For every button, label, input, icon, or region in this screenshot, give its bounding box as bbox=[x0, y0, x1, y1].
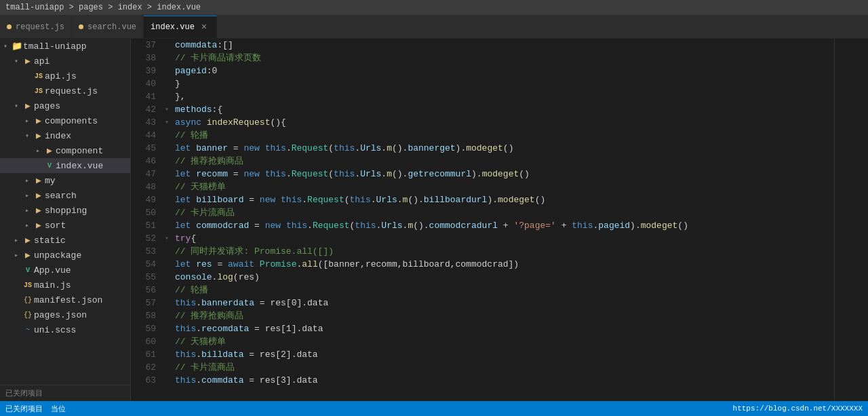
tree-arrow: ▸ bbox=[22, 206, 33, 214]
sidebar-item-request-js[interactable]: JSrequest.js bbox=[0, 83, 130, 98]
code-line[interactable]: let res = await Promise.all([banner,reco… bbox=[175, 258, 834, 271]
token: billboard bbox=[196, 193, 249, 206]
token: // 卡片商品请求页数 bbox=[175, 52, 261, 64]
sidebar-item-components[interactable]: ▸▶components bbox=[0, 113, 130, 128]
code-line[interactable]: try{ bbox=[175, 232, 834, 245]
sidebar-item-static[interactable]: ▸▶static bbox=[0, 233, 130, 248]
folder-icon: ▶ bbox=[33, 115, 45, 126]
code-line[interactable]: this.commdata = res[3].data bbox=[175, 374, 834, 387]
fold-gutter bbox=[161, 361, 172, 374]
code-line[interactable]: this.billdata = res[2].data bbox=[175, 348, 834, 361]
token: . bbox=[376, 219, 382, 232]
tree-item-label: api bbox=[34, 56, 130, 67]
token: :{ bbox=[212, 103, 223, 116]
code-line[interactable]: // 卡片商品请求页数 bbox=[175, 52, 834, 64]
tab-close-btn[interactable]: × bbox=[199, 22, 210, 33]
editor-area: 3738394041424344454647484950515253545556… bbox=[131, 39, 868, 401]
code-line[interactable]: // 轮播 bbox=[175, 129, 834, 142]
sidebar-item-api[interactable]: ▾▶api bbox=[0, 54, 130, 69]
sidebar-item-search[interactable]: ▸▶search bbox=[0, 188, 130, 203]
code-line[interactable]: // 天猫榜单 bbox=[175, 335, 834, 348]
code-line[interactable]: let commodcrad = new this.Request(this.U… bbox=[175, 219, 834, 232]
project-name-label: tmall-uniapp bbox=[23, 41, 130, 52]
file-js-icon: JS bbox=[33, 88, 45, 95]
token: () bbox=[677, 219, 688, 232]
code-lines: commdata:[] // 卡片商品请求页数 pageid:0 } }, me… bbox=[172, 39, 834, 401]
sidebar-item-index[interactable]: ▾▶index bbox=[0, 128, 130, 143]
tab-index-vue[interactable]: index.vue× bbox=[144, 16, 217, 38]
code-line[interactable]: // 轮播 bbox=[175, 284, 834, 297]
fold-gutter[interactable]: ▾ bbox=[161, 103, 172, 116]
sidebar-item-unpackage[interactable]: ▸▶unpackage bbox=[0, 248, 130, 263]
sidebar-item-component[interactable]: ▸▶component bbox=[0, 143, 130, 158]
file-js-icon: JS bbox=[33, 73, 45, 80]
code-line[interactable]: let recomm = new this.Request(this.Urls.… bbox=[175, 168, 834, 181]
code-line[interactable]: // 同时并发请求: Promise.all([]) bbox=[175, 245, 834, 258]
token: commdata bbox=[201, 374, 243, 387]
code-line[interactable]: // 推荐抢购商品 bbox=[175, 309, 834, 322]
fold-gutter bbox=[161, 258, 172, 271]
token: this bbox=[572, 219, 593, 232]
fold-gutter[interactable]: ▾ bbox=[161, 116, 172, 129]
code-line[interactable]: let banner = new this.Request(this.Urls.… bbox=[175, 142, 834, 155]
code-line[interactable]: let billboard = new this.Request(this.Ur… bbox=[175, 193, 834, 206]
token: Urls bbox=[360, 168, 381, 181]
token: m bbox=[408, 219, 413, 232]
sidebar-item-api-js[interactable]: JSapi.js bbox=[0, 69, 130, 83]
token: Urls bbox=[360, 142, 381, 155]
tree-arrow: ▸ bbox=[22, 117, 33, 125]
sidebar-item-app-vue[interactable]: VApp.vue bbox=[0, 263, 130, 278]
token: ). bbox=[487, 193, 498, 206]
minimap bbox=[834, 39, 868, 401]
sidebar-item-manifest-json[interactable]: {}manifest.json bbox=[0, 292, 130, 307]
code-line[interactable]: } bbox=[175, 77, 834, 90]
sidebar-item-uni-css[interactable]: ~uni.scss bbox=[0, 322, 130, 337]
token: getrecommurl bbox=[408, 168, 471, 181]
token: '?page=' bbox=[513, 219, 555, 232]
tree-item-label: static bbox=[34, 235, 130, 246]
line-number: 48 bbox=[131, 181, 156, 193]
token: () bbox=[535, 193, 546, 206]
code-line[interactable]: commdata:[] bbox=[175, 39, 834, 52]
fold-gutter bbox=[161, 52, 172, 64]
status-right: https://blog.csdn.net/XXXXXXX bbox=[733, 404, 863, 413]
tab-request-js[interactable]: request.js bbox=[0, 16, 72, 38]
code-line[interactable]: pageid:0 bbox=[175, 64, 834, 77]
sidebar-item-pages[interactable]: ▾▶pages bbox=[0, 98, 130, 113]
tree-item-label: sort bbox=[45, 221, 130, 231]
code-line[interactable]: methods:{ bbox=[175, 103, 834, 116]
sidebar-item-index-vue[interactable]: Vindex.vue bbox=[0, 158, 130, 173]
sidebar-item-main-js[interactable]: JSmain.js bbox=[0, 278, 130, 292]
code-line[interactable]: // 天猫榜单 bbox=[175, 181, 834, 193]
sidebar-item-pages-json[interactable]: {}pages.json bbox=[0, 307, 130, 322]
sidebar-item-shopping[interactable]: ▸▶shopping bbox=[0, 203, 130, 218]
fold-gutter bbox=[161, 374, 172, 387]
token: indexRequest bbox=[207, 116, 271, 129]
line-number: 50 bbox=[131, 206, 156, 219]
sidebar-item-my[interactable]: ▸▶my bbox=[0, 173, 130, 188]
token: = res[0].data bbox=[254, 297, 328, 309]
code-line[interactable]: // 卡片流商品 bbox=[175, 206, 834, 219]
code-line[interactable]: this.bannerdata = res[0].data bbox=[175, 297, 834, 309]
token: this bbox=[334, 168, 355, 181]
code-line[interactable]: console.log(res) bbox=[175, 271, 834, 284]
tree-item-label: search bbox=[45, 191, 130, 201]
code-line[interactable]: this.recomdata = res[1].data bbox=[175, 322, 834, 335]
fold-gutter[interactable]: ▾ bbox=[161, 232, 172, 245]
status-closed: 已关闭项目 bbox=[5, 404, 43, 414]
token: // 轮播 bbox=[175, 284, 208, 297]
token: commodcrad bbox=[196, 219, 254, 232]
sidebar: ▾ 📁 tmall-uniapp ▾▶apiJSapi.jsJSrequest.… bbox=[0, 39, 131, 401]
line-number: 45 bbox=[131, 142, 156, 155]
folder-icon: ▶ bbox=[33, 220, 45, 231]
code-line[interactable]: async indexRequest(){ bbox=[175, 116, 834, 129]
editor-content[interactable]: 3738394041424344454647484950515253545556… bbox=[131, 39, 868, 401]
tab-search-vue[interactable]: search.vue bbox=[72, 16, 144, 38]
sidebar-project-root[interactable]: ▾ 📁 tmall-uniapp bbox=[0, 39, 130, 54]
sidebar-item-sort[interactable]: ▸▶sort bbox=[0, 218, 130, 233]
code-line[interactable]: }, bbox=[175, 90, 834, 103]
code-line[interactable]: // 卡片流商品 bbox=[175, 361, 834, 374]
code-line[interactable]: // 推荐抢购商品 bbox=[175, 155, 834, 168]
folder-icon: ▶ bbox=[22, 235, 34, 246]
tree-arrow: ▸ bbox=[11, 251, 22, 259]
